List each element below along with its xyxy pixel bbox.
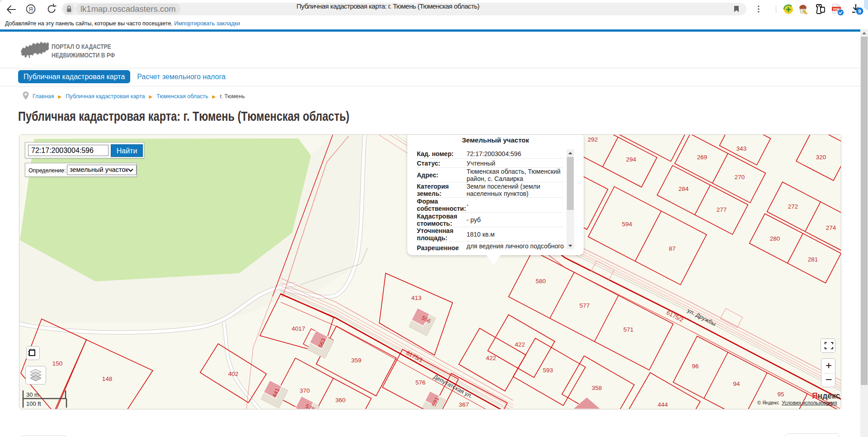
svg-text:284: 284	[679, 185, 689, 192]
svg-text:580: 580	[536, 278, 546, 285]
svg-text:150: 150	[52, 360, 63, 367]
svg-text:9: 9	[858, 9, 861, 14]
svg-text:294: 294	[626, 156, 637, 163]
svg-text:576: 576	[415, 379, 426, 386]
svg-text:402: 402	[228, 370, 239, 377]
svg-text:100 ft: 100 ft	[26, 400, 41, 407]
svg-text:370: 370	[300, 387, 310, 394]
svg-text:30 m: 30 m	[26, 391, 39, 398]
svg-text:422: 422	[515, 341, 525, 348]
svg-text:96: 96	[692, 363, 698, 370]
svg-text:444: 444	[658, 401, 668, 408]
svg-text:148: 148	[102, 375, 113, 382]
svg-text:270: 270	[735, 174, 745, 180]
svg-text:359: 359	[351, 357, 362, 364]
svg-text:274: 274	[826, 224, 836, 231]
svg-text:269: 269	[697, 154, 708, 161]
svg-text:343: 343	[736, 145, 747, 152]
svg-text:292: 292	[588, 136, 598, 143]
svg-text:94: 94	[733, 380, 740, 387]
svg-text:277: 277	[717, 206, 727, 213]
svg-text:281: 281	[808, 256, 818, 263]
svg-text:594: 594	[622, 221, 632, 228]
svg-text:360: 360	[335, 397, 346, 404]
svg-text:571: 571	[623, 326, 634, 333]
svg-text:272: 272	[788, 203, 798, 210]
svg-text:280: 280	[770, 235, 780, 242]
svg-text:87: 87	[669, 245, 675, 252]
svg-text:358: 358	[592, 385, 602, 391]
svg-text:593: 593	[543, 367, 553, 374]
svg-text:95: 95	[777, 391, 784, 398]
svg-text:367: 367	[459, 401, 469, 408]
svg-text:413: 413	[411, 294, 422, 301]
svg-text:320: 320	[816, 154, 826, 161]
svg-text:422: 422	[486, 355, 496, 361]
svg-text:577: 577	[580, 302, 590, 309]
svg-text:4017: 4017	[292, 325, 305, 332]
